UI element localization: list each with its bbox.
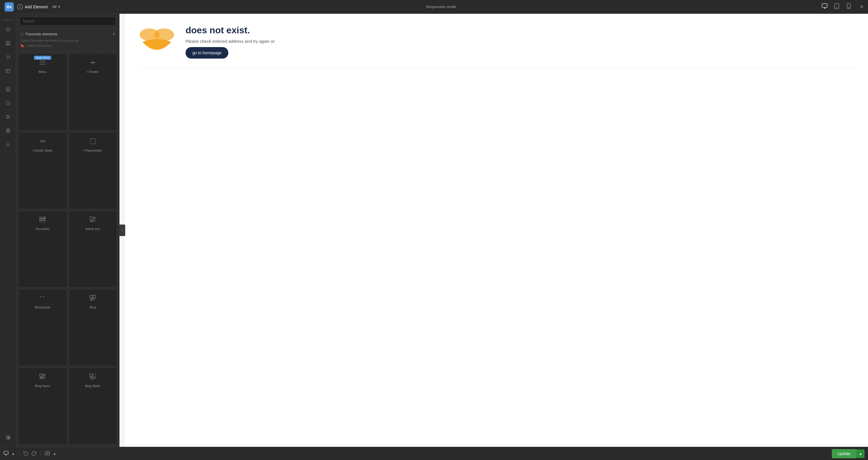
element-card-accordion[interactable]: Accordion xyxy=(19,211,67,288)
main-layout: V26.6.5 xyxy=(0,14,868,447)
blog-label: Blog xyxy=(90,305,96,309)
sidebar-history-icon[interactable] xyxy=(2,97,14,109)
sidebar-layout-icon[interactable] xyxy=(2,65,14,77)
svg-rect-0 xyxy=(822,4,827,7)
close-button[interactable]: × xyxy=(860,3,863,10)
divider-basic-icon xyxy=(38,137,46,146)
blog-slider-icon xyxy=(89,373,97,382)
bottombar-separator-1 xyxy=(19,451,19,457)
chevron-right-icon: › xyxy=(26,44,27,48)
redo-button[interactable] xyxy=(31,451,36,457)
favourites-description: Collect favourite elements in one place … xyxy=(20,38,115,48)
svg-point-70 xyxy=(92,379,93,380)
svg-text:": " xyxy=(40,295,42,301)
svg-rect-74 xyxy=(4,451,8,454)
bottombar-up-icon[interactable]: ▲ xyxy=(11,452,15,456)
sidebar-grid-icon[interactable] xyxy=(2,38,14,49)
svg-rect-40 xyxy=(90,139,95,144)
error-text-block: does not exist. Please check entered add… xyxy=(186,25,275,59)
menu-icon xyxy=(38,59,46,68)
desktop-view-icon[interactable] xyxy=(822,3,828,11)
svg-marker-35 xyxy=(92,61,93,61)
sidebar-layers-icon[interactable] xyxy=(2,84,14,95)
favourites-header: ☆ Favourite elements ∧ xyxy=(20,32,115,36)
search-input[interactable] xyxy=(20,17,116,26)
toggle-panel-button[interactable]: ‹ xyxy=(120,225,125,236)
error-visual xyxy=(137,26,177,58)
sidebar-global-icon[interactable] xyxy=(2,125,14,136)
element-card-article-box[interactable]: Article box xyxy=(69,211,117,288)
topbar-view-icons: × xyxy=(822,3,863,11)
favourites-desc-text: Collect favourite elements in one place … xyxy=(20,38,115,43)
star-icon: ☆ xyxy=(20,32,24,36)
error-title: does not exist. xyxy=(186,25,275,35)
filter-label: All xyxy=(52,5,56,9)
accordion-label: Accordion xyxy=(36,227,50,231)
svg-rect-53 xyxy=(90,295,92,298)
svg-point-4 xyxy=(836,7,837,8)
sidebar-sort-icon[interactable] xyxy=(2,52,14,63)
add-element-button[interactable]: + Add Element xyxy=(17,4,48,10)
element-panel: ☆ Favourite elements ∧ Collect favourite… xyxy=(16,14,120,447)
svg-rect-12 xyxy=(6,44,7,45)
divider-basic-label: • Divider Basic xyxy=(32,149,53,152)
blockquote-label: Blockquote xyxy=(35,305,50,309)
go-to-homepage-button[interactable]: go to homepage xyxy=(186,47,228,59)
placeholder-label: • Placeholder xyxy=(83,149,102,152)
svg-point-25 xyxy=(7,115,7,116)
svg-rect-13 xyxy=(8,44,10,45)
blockquote-icon: " " xyxy=(38,294,46,303)
bottombar-separator-2 xyxy=(40,451,41,457)
favourites-section: ☆ Favourite elements ∧ Collect favourite… xyxy=(16,29,119,52)
element-card-blockquote[interactable]: " " Blockquote xyxy=(19,289,67,366)
error-subtitle: Please check entered address and try aga… xyxy=(186,39,275,44)
blog-news-label: Blog News xyxy=(35,384,50,388)
bottombar-up-icon-2[interactable]: ▲ xyxy=(53,452,56,456)
element-card-divider[interactable]: • Divider xyxy=(69,54,117,130)
element-card-placeholder[interactable]: • Placeholder xyxy=(69,132,117,209)
element-card-blog-news[interactable]: Blog News xyxy=(19,368,67,445)
blog-slider-label: Blog Slider xyxy=(85,384,100,388)
svg-point-6 xyxy=(848,7,849,8)
svg-marker-36 xyxy=(92,64,93,64)
update-dropdown-button[interactable]: ▲ xyxy=(856,449,865,458)
svg-rect-11 xyxy=(8,41,10,43)
update-button[interactable]: Update xyxy=(832,449,856,458)
svg-rect-45 xyxy=(90,217,93,220)
undo-button[interactable] xyxy=(23,451,28,457)
filter-dropdown[interactable]: All ▼ xyxy=(52,5,60,9)
placeholder-icon xyxy=(89,137,97,146)
sidebar-gear-icon[interactable] xyxy=(2,139,14,150)
topbar: Be + Add Element All ▼ Responsive mode × xyxy=(0,0,868,14)
update-btn-group: Update ▲ xyxy=(832,449,865,458)
svg-point-30 xyxy=(7,144,9,145)
article-box-icon xyxy=(89,216,97,225)
mega-menu-badge: Mega Menu xyxy=(34,56,51,60)
chevron-down-icon: ▼ xyxy=(58,5,61,8)
favourites-header-left: ☆ Favourite elements xyxy=(20,32,57,36)
sidebar-wordpress-icon[interactable] xyxy=(2,432,14,443)
svg-point-71 xyxy=(93,379,94,380)
svg-rect-10 xyxy=(6,41,7,43)
sidebar-add-icon[interactable] xyxy=(2,24,14,35)
mobile-view-icon[interactable] xyxy=(846,3,852,11)
svg-marker-20 xyxy=(6,87,10,90)
add-element-label: Add Element xyxy=(25,5,48,9)
screenshot-button[interactable] xyxy=(45,451,50,457)
element-card-menu[interactable]: Mega Menu Menu xyxy=(19,54,67,130)
svg-rect-65 xyxy=(90,374,92,376)
bottombar: ▲ ▲ Update ▲ xyxy=(0,447,868,460)
element-card-blog[interactable]: Blog xyxy=(69,289,117,366)
content-area: ‹ does not exist. Please check entered a… xyxy=(120,14,868,447)
element-card-blog-slider[interactable]: Blog Slider xyxy=(69,368,117,445)
add-to-favourites-hint: 🔖 › Add to favourites xyxy=(20,43,115,48)
sidebar-settings-icon[interactable] xyxy=(2,111,14,123)
collapse-icon[interactable]: ∧ xyxy=(113,32,115,36)
svg-rect-42 xyxy=(40,219,45,221)
responsive-mode-label: Responsive mode xyxy=(426,5,456,9)
svg-rect-66 xyxy=(93,374,96,376)
topbar-center: Responsive mode xyxy=(64,5,818,9)
element-card-divider-basic[interactable]: • Divider Basic xyxy=(19,132,67,209)
bottombar-desktop-icon[interactable] xyxy=(3,451,9,457)
tablet-view-icon[interactable] xyxy=(834,3,840,11)
